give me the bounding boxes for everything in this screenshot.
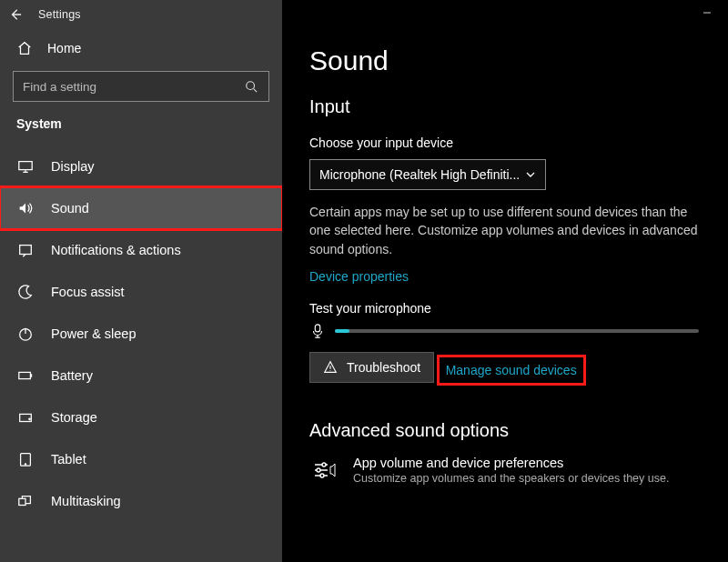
sliders-icon <box>309 456 339 485</box>
page-title: Sound <box>309 45 701 76</box>
svg-rect-11 <box>315 325 319 332</box>
nav-label: Tablet <box>51 452 86 467</box>
nav-label: Battery <box>51 368 93 383</box>
search-icon <box>245 80 259 93</box>
sidebar-item-display[interactable]: Display <box>0 146 282 187</box>
microphone-icon <box>309 323 326 339</box>
device-properties-link[interactable]: Device properties <box>309 269 409 284</box>
svg-point-14 <box>320 474 324 477</box>
tablet-icon <box>16 450 35 468</box>
section-title-input: Input <box>309 96 701 117</box>
sidebar-item-focus-assist[interactable]: Focus assist <box>0 271 282 313</box>
troubleshoot-label: Troubleshoot <box>347 360 420 375</box>
nav-list: Display Sound Notifications & actions Fo… <box>0 146 282 522</box>
svg-point-0 <box>247 82 255 90</box>
advanced-options-title: Advanced sound options <box>309 420 701 441</box>
input-device-label: Choose your input device <box>309 135 701 150</box>
input-description: Certain apps may be set up to use differ… <box>309 203 701 258</box>
nav-label: Focus assist <box>51 285 125 299</box>
sidebar-home[interactable]: Home <box>0 29 282 67</box>
adv-text: App volume and device preferences Custom… <box>353 456 669 485</box>
sidebar: Settings Home System Display <box>0 0 282 562</box>
sound-icon <box>16 199 35 217</box>
sidebar-item-tablet[interactable]: Tablet <box>0 438 282 480</box>
sidebar-item-storage[interactable]: Storage <box>0 396 282 438</box>
battery-icon <box>16 366 35 385</box>
mic-level-bar <box>335 329 699 333</box>
sidebar-item-notifications[interactable]: Notifications & actions <box>0 229 282 271</box>
back-button[interactable] <box>9 8 22 21</box>
svg-rect-10 <box>19 498 25 505</box>
titlebar: Settings <box>0 0 282 29</box>
dropdown-value: Microphone (Realtek High Definiti... <box>319 167 520 182</box>
app-volume-preferences[interactable]: App volume and device preferences Custom… <box>309 456 701 485</box>
search-field[interactable] <box>23 80 245 94</box>
sidebar-item-sound[interactable]: Sound <box>0 187 282 229</box>
home-icon <box>16 40 33 56</box>
mic-test-row <box>309 323 701 339</box>
nav-label: Power & sleep <box>51 326 136 341</box>
nav-label: Sound <box>51 201 89 216</box>
moon-icon <box>16 283 35 301</box>
search-input[interactable] <box>13 71 269 102</box>
display-icon <box>16 157 35 176</box>
svg-point-13 <box>317 468 320 472</box>
nav-label: Multitasking <box>51 494 121 508</box>
app-title: Settings <box>38 8 81 21</box>
settings-window: Settings Home System Display <box>0 0 728 562</box>
nav-label: Display <box>51 159 95 174</box>
warning-icon <box>323 360 338 375</box>
svg-point-9 <box>25 464 25 465</box>
svg-rect-1 <box>19 162 32 170</box>
svg-point-7 <box>29 418 30 419</box>
section-label: System <box>0 113 282 136</box>
svg-rect-2 <box>20 246 32 255</box>
manage-sound-devices-link[interactable]: Manage sound devices <box>446 363 577 377</box>
multitasking-icon <box>16 492 35 510</box>
sidebar-item-multitasking[interactable]: Multitasking <box>0 480 282 522</box>
window-controls <box>686 0 728 25</box>
svg-rect-5 <box>30 374 32 377</box>
power-icon <box>16 325 35 343</box>
main-content: Sound Input Choose your input device Mic… <box>282 0 728 562</box>
notifications-icon <box>16 241 35 259</box>
svg-rect-6 <box>20 414 32 421</box>
troubleshoot-button[interactable]: Troubleshoot <box>309 352 434 383</box>
nav-label: Notifications & actions <box>51 243 181 257</box>
minimize-button[interactable] <box>686 0 728 25</box>
test-mic-label: Test your microphone <box>309 301 701 316</box>
sidebar-item-battery[interactable]: Battery <box>0 355 282 396</box>
svg-point-12 <box>322 463 326 467</box>
input-device-dropdown[interactable]: Microphone (Realtek High Definiti... <box>309 159 546 190</box>
storage-icon <box>16 408 35 427</box>
svg-rect-4 <box>19 372 31 378</box>
home-label: Home <box>47 41 81 55</box>
chevron-down-icon <box>525 169 536 180</box>
sidebar-item-power-sleep[interactable]: Power & sleep <box>0 313 282 355</box>
manage-sound-devices-box: Manage sound devices <box>439 356 584 384</box>
adv-item-desc: Customize app volumes and the speakers o… <box>353 472 669 485</box>
adv-item-title: App volume and device preferences <box>353 456 669 470</box>
nav-label: Storage <box>51 410 97 425</box>
